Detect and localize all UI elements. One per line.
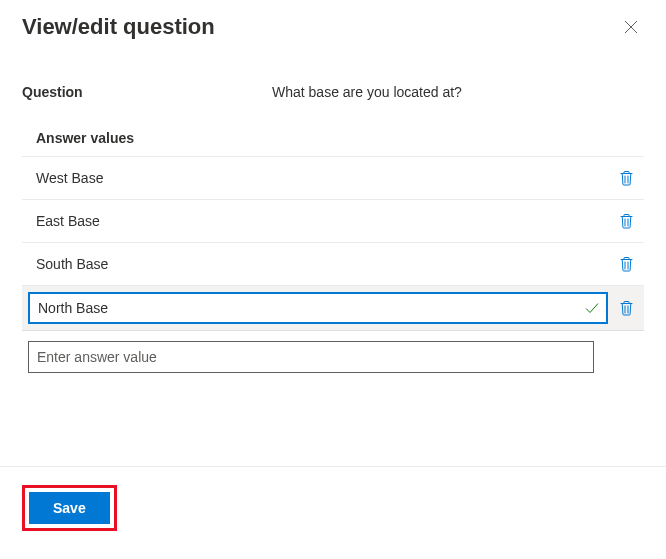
- dialog-header: View/edit question: [0, 0, 666, 48]
- check-icon: [584, 300, 600, 316]
- trash-icon: [619, 256, 634, 272]
- save-highlight: Save: [22, 485, 117, 531]
- trash-icon: [619, 170, 634, 186]
- answers-list: West Base East Base South Base: [22, 156, 644, 373]
- answer-value: South Base: [36, 256, 108, 272]
- close-icon: [624, 20, 638, 34]
- delete-button[interactable]: [614, 209, 638, 233]
- question-text: What base are you located at?: [272, 84, 462, 100]
- trash-icon: [619, 213, 634, 229]
- new-answer-input[interactable]: [28, 341, 594, 373]
- answer-value: East Base: [36, 213, 100, 229]
- delete-button[interactable]: [614, 166, 638, 190]
- answer-edit-input[interactable]: [38, 300, 584, 316]
- delete-button[interactable]: [614, 252, 638, 276]
- answer-row-editing: [22, 286, 644, 331]
- close-button[interactable]: [618, 14, 644, 40]
- dialog-footer: Save: [0, 466, 666, 559]
- answer-row: East Base: [22, 200, 644, 243]
- dialog-title: View/edit question: [22, 14, 215, 40]
- answer-value: West Base: [36, 170, 103, 186]
- new-answer-row: [22, 331, 644, 373]
- trash-icon: [619, 300, 634, 316]
- save-button[interactable]: Save: [29, 492, 110, 524]
- edit-input-container: [28, 292, 608, 324]
- answers-section-label: Answer values: [22, 130, 644, 156]
- delete-button[interactable]: [614, 296, 638, 320]
- answer-row: West Base: [22, 157, 644, 200]
- question-row: Question What base are you located at?: [22, 84, 644, 100]
- dialog-content: Question What base are you located at? A…: [0, 48, 666, 373]
- answer-row: South Base: [22, 243, 644, 286]
- question-label: Question: [22, 84, 272, 100]
